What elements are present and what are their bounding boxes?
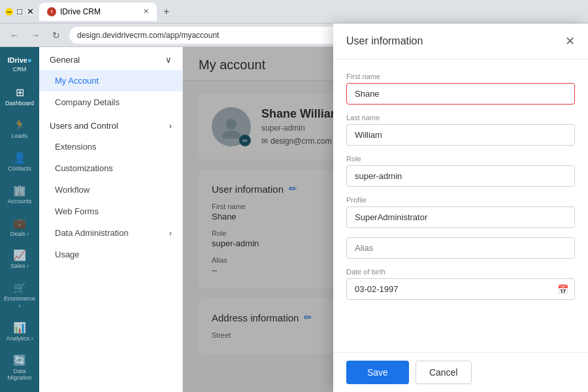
modal-footer: Save Cancel bbox=[333, 352, 588, 392]
menu-item-web-forms-label: Web Forms bbox=[55, 206, 99, 216]
maximize-button[interactable]: □ bbox=[16, 8, 24, 16]
menu-item-workflow-label: Workflow bbox=[55, 185, 90, 195]
tab-bar: i IDrive CRM ✕ + bbox=[39, 3, 583, 21]
refresh-button[interactable]: ↻ bbox=[48, 27, 64, 43]
menu-item-company-details-label: Company Details bbox=[55, 97, 120, 107]
modal-first-name-label: First name bbox=[346, 73, 575, 80]
modal-alias-input[interactable] bbox=[346, 237, 575, 259]
dashboard-icon: ⊞ bbox=[16, 86, 24, 99]
modal-first-name-input[interactable] bbox=[346, 83, 575, 105]
modal-dob-label: Date of birth bbox=[346, 268, 575, 276]
modal-profile-input[interactable] bbox=[346, 206, 575, 228]
sidebar-item-label-ecommerce: Ecommerce › bbox=[3, 295, 37, 310]
close-button[interactable]: ✕ bbox=[26, 8, 34, 16]
sidebar-item-leads[interactable]: 🏃 Leads bbox=[0, 114, 39, 145]
tab-favicon: i bbox=[47, 7, 56, 16]
sidebar-item-label-leads: Leads bbox=[12, 133, 28, 140]
contacts-icon: 👤 bbox=[13, 152, 26, 164]
menu-item-usage[interactable]: Usage bbox=[39, 244, 182, 265]
modal-field-dob: Date of birth 📅 bbox=[346, 268, 575, 300]
menu-section-users-control[interactable]: Users and Control › bbox=[39, 113, 182, 136]
back-button[interactable]: ← bbox=[7, 27, 22, 43]
menu-section-general-label: General bbox=[50, 55, 80, 65]
modal-dob-input[interactable] bbox=[346, 278, 575, 300]
sidebar-item-contacts[interactable]: 👤 Contacts bbox=[0, 146, 39, 178]
forward-button[interactable]: → bbox=[27, 27, 43, 43]
sidebar-item-sales[interactable]: 📈 Sales › bbox=[0, 244, 39, 275]
menu-section-general-arrow: ∨ bbox=[165, 55, 172, 65]
sidebar-item-label-contacts: Contacts bbox=[8, 165, 31, 172]
new-tab-button[interactable]: + bbox=[159, 5, 173, 19]
menu-item-customizations[interactable]: Customizations bbox=[39, 157, 182, 179]
modal-close-button[interactable]: ✕ bbox=[565, 34, 575, 48]
modal-header: User information ✕ bbox=[333, 24, 588, 59]
deals-icon: 💼 bbox=[13, 217, 26, 229]
sidebar-item-label-accounts: Accounts bbox=[7, 198, 31, 205]
modal-field-alias bbox=[346, 237, 575, 259]
data-migration-icon: 🔄 bbox=[13, 354, 26, 367]
menu-item-company-details[interactable]: Company Details bbox=[39, 91, 182, 113]
modal-last-name-input[interactable] bbox=[346, 124, 575, 146]
menu-section-general[interactable]: General ∨ bbox=[39, 47, 182, 70]
save-button[interactable]: Save bbox=[346, 361, 409, 384]
app-sidebar: IDrive●CRM ⊞ Dashboard 🏃 Leads 👤 Contact… bbox=[0, 47, 39, 392]
minimize-button[interactable]: – bbox=[5, 8, 13, 16]
menu-item-workflow[interactable]: Workflow bbox=[39, 179, 182, 201]
tab-close-button[interactable]: ✕ bbox=[143, 7, 149, 16]
sidebar-item-dashboard[interactable]: ⊞ Dashboard bbox=[0, 81, 39, 112]
modal-profile-label: Profile bbox=[346, 196, 575, 204]
tab-title: IDrive CRM bbox=[60, 7, 101, 16]
sidebar-item-analytics[interactable]: 📊 Analytics › bbox=[0, 316, 39, 348]
data-administration-arrow: › bbox=[169, 228, 172, 238]
modal-last-name-label: Last name bbox=[346, 114, 575, 122]
sidebar-item-accounts[interactable]: 🏢 Accounts bbox=[0, 179, 39, 210]
sidebar-item-label-sales: Sales › bbox=[10, 263, 29, 270]
browser-tab[interactable]: i IDrive CRM ✕ bbox=[39, 3, 157, 21]
sidebar-item-label-deals: Deals › bbox=[10, 231, 29, 238]
menu-item-web-forms[interactable]: Web Forms bbox=[39, 201, 182, 222]
modal-body: First name Last name Role Profile Date o… bbox=[333, 59, 588, 352]
menu-item-extensions-label: Extensions bbox=[55, 142, 97, 152]
browser-chrome: – □ ✕ i IDrive CRM ✕ + bbox=[0, 0, 588, 24]
menu-panel: General ∨ My Account Company Details Use… bbox=[39, 47, 183, 392]
sidebar-item-data-migration[interactable]: 🔄 Data Migration bbox=[0, 349, 39, 387]
sidebar-item-settings[interactable]: ⚙ Settings › bbox=[0, 388, 39, 392]
modal-role-input[interactable] bbox=[346, 165, 575, 187]
menu-item-usage-label: Usage bbox=[55, 250, 80, 259]
cancel-button[interactable]: Cancel bbox=[416, 361, 472, 384]
window-controls: – □ ✕ bbox=[5, 8, 34, 16]
modal-field-first-name: First name bbox=[346, 73, 575, 105]
modal-field-role: Role bbox=[346, 155, 575, 187]
accounts-icon: 🏢 bbox=[13, 184, 26, 197]
leads-icon: 🏃 bbox=[13, 119, 26, 131]
menu-item-extensions[interactable]: Extensions bbox=[39, 136, 182, 157]
ecommerce-icon: 🛒 bbox=[13, 282, 26, 294]
modal-title: User information bbox=[346, 35, 423, 47]
menu-item-data-administration-label: Data Administration bbox=[55, 228, 129, 238]
sidebar-item-label-analytics: Analytics › bbox=[6, 335, 33, 342]
menu-section-users-control-label: Users and Control bbox=[50, 121, 118, 131]
modal-field-profile: Profile bbox=[346, 196, 575, 228]
sidebar-item-ecommerce[interactable]: 🛒 Ecommerce › bbox=[0, 276, 39, 315]
app-logo: IDrive●CRM bbox=[6, 54, 33, 80]
analytics-icon: 📊 bbox=[13, 321, 26, 334]
sales-icon: 📈 bbox=[13, 249, 26, 261]
modal-dob-wrapper: 📅 bbox=[346, 278, 575, 300]
calendar-icon: 📅 bbox=[557, 284, 568, 295]
user-information-modal: User information ✕ First name Last name … bbox=[333, 24, 588, 392]
sidebar-item-label-data-migration: Data Migration bbox=[3, 368, 37, 382]
menu-item-my-account-label: My Account bbox=[55, 76, 99, 86]
sidebar-item-deals[interactable]: 💼 Deals › bbox=[0, 212, 39, 243]
menu-section-users-control-arrow: › bbox=[169, 121, 172, 131]
modal-field-last-name: Last name bbox=[346, 114, 575, 146]
menu-item-customizations-label: Customizations bbox=[55, 163, 113, 173]
menu-item-data-administration[interactable]: Data Administration › bbox=[39, 222, 182, 244]
modal-role-label: Role bbox=[346, 155, 575, 163]
sidebar-item-label-dashboard: Dashboard bbox=[5, 100, 34, 107]
menu-item-my-account[interactable]: My Account bbox=[39, 70, 182, 91]
